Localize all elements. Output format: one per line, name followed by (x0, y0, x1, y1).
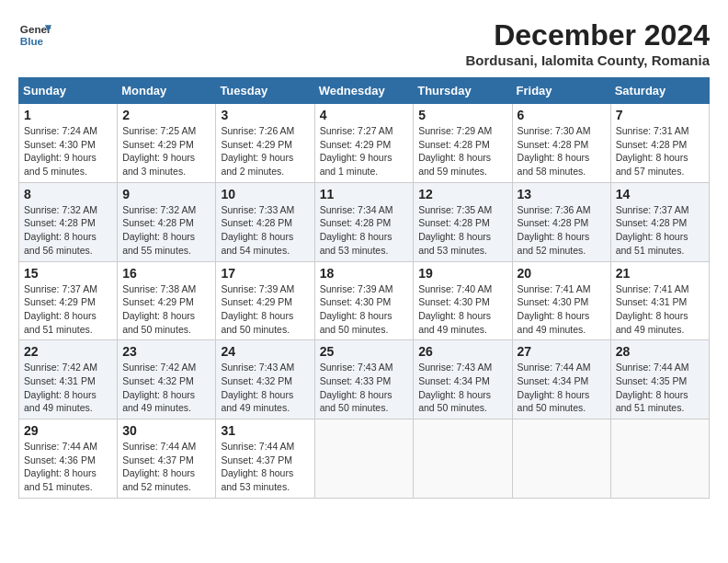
calendar-cell (314, 419, 414, 499)
calendar-cell: 4Sunrise: 7:27 AMSunset: 4:29 PMDaylight… (314, 104, 414, 183)
calendar-cell: 18Sunrise: 7:39 AMSunset: 4:30 PMDayligh… (314, 261, 414, 340)
column-header-friday: Friday (512, 78, 610, 104)
day-number: 21 (616, 266, 704, 281)
day-info: Sunrise: 7:42 AMSunset: 4:32 PMDaylight:… (122, 361, 210, 415)
day-number: 1 (24, 108, 112, 122)
day-info: Sunrise: 7:34 AMSunset: 4:28 PMDaylight:… (320, 203, 409, 258)
day-number: 20 (518, 266, 606, 281)
calendar-week-row: 29Sunrise: 7:44 AMSunset: 4:36 PMDayligh… (19, 419, 710, 499)
day-number: 8 (24, 187, 112, 201)
calendar-cell: 5Sunrise: 7:29 AMSunset: 4:28 PMDaylight… (414, 104, 512, 183)
day-info: Sunrise: 7:41 AMSunset: 4:30 PMDaylight:… (518, 282, 606, 337)
calendar-cell: 27Sunrise: 7:44 AMSunset: 4:34 PMDayligh… (512, 340, 610, 419)
day-info: Sunrise: 7:32 AMSunset: 4:28 PMDaylight:… (122, 203, 210, 258)
calendar-cell: 10Sunrise: 7:33 AMSunset: 4:28 PMDayligh… (216, 182, 314, 261)
logo-icon: General Blue (18, 18, 51, 52)
column-header-tuesday: Tuesday (216, 78, 314, 104)
column-header-sunday: Sunday (19, 78, 118, 104)
calendar-cell: 23Sunrise: 7:42 AMSunset: 4:32 PMDayligh… (118, 340, 216, 419)
day-info: Sunrise: 7:24 AMSunset: 4:30 PMDaylight:… (24, 124, 112, 178)
calendar-cell: 11Sunrise: 7:34 AMSunset: 4:28 PMDayligh… (314, 182, 414, 261)
day-info: Sunrise: 7:25 AMSunset: 4:29 PMDaylight:… (122, 124, 210, 178)
day-info: Sunrise: 7:43 AMSunset: 4:34 PMDaylight:… (418, 361, 506, 415)
day-info: Sunrise: 7:44 AMSunset: 4:37 PMDaylight:… (221, 440, 309, 494)
day-number: 29 (24, 423, 112, 438)
day-number: 13 (518, 187, 606, 201)
day-info: Sunrise: 7:35 AMSunset: 4:28 PMDaylight:… (418, 203, 506, 258)
title-area: December 2024 Bordusani, Ialomita County… (465, 18, 710, 68)
calendar-table: SundayMondayTuesdayWednesdayThursdayFrid… (18, 77, 710, 499)
day-number: 16 (122, 266, 210, 281)
day-number: 28 (616, 344, 704, 359)
svg-text:Blue: Blue (20, 35, 44, 47)
day-info: Sunrise: 7:43 AMSunset: 4:33 PMDaylight:… (320, 361, 409, 415)
day-number: 10 (221, 187, 309, 201)
day-info: Sunrise: 7:27 AMSunset: 4:29 PMDaylight:… (320, 124, 409, 178)
calendar-cell: 12Sunrise: 7:35 AMSunset: 4:28 PMDayligh… (414, 182, 512, 261)
day-number: 17 (221, 266, 309, 281)
day-number: 2 (122, 108, 210, 122)
day-number: 23 (122, 344, 210, 359)
day-number: 4 (320, 108, 409, 122)
calendar-week-row: 15Sunrise: 7:37 AMSunset: 4:29 PMDayligh… (19, 261, 710, 340)
day-info: Sunrise: 7:32 AMSunset: 4:28 PMDaylight:… (24, 203, 112, 258)
day-info: Sunrise: 7:30 AMSunset: 4:28 PMDaylight:… (518, 124, 606, 178)
day-info: Sunrise: 7:40 AMSunset: 4:30 PMDaylight:… (418, 282, 506, 337)
calendar-cell: 7Sunrise: 7:31 AMSunset: 4:28 PMDaylight… (610, 104, 709, 183)
day-number: 5 (418, 108, 506, 122)
day-number: 22 (24, 344, 112, 359)
day-number: 6 (518, 108, 606, 122)
day-number: 3 (221, 108, 309, 122)
calendar-cell: 28Sunrise: 7:44 AMSunset: 4:35 PMDayligh… (610, 340, 709, 419)
day-info: Sunrise: 7:39 AMSunset: 4:29 PMDaylight:… (221, 282, 309, 337)
calendar-week-row: 22Sunrise: 7:42 AMSunset: 4:31 PMDayligh… (19, 340, 710, 419)
day-info: Sunrise: 7:41 AMSunset: 4:31 PMDaylight:… (616, 282, 704, 337)
day-info: Sunrise: 7:26 AMSunset: 4:29 PMDaylight:… (221, 124, 309, 178)
day-info: Sunrise: 7:44 AMSunset: 4:34 PMDaylight:… (518, 361, 606, 415)
calendar-cell: 1Sunrise: 7:24 AMSunset: 4:30 PMDaylight… (19, 104, 118, 183)
day-info: Sunrise: 7:42 AMSunset: 4:31 PMDaylight:… (24, 361, 112, 415)
calendar-cell (414, 419, 512, 499)
calendar-cell: 8Sunrise: 7:32 AMSunset: 4:28 PMDaylight… (19, 182, 118, 261)
day-info: Sunrise: 7:29 AMSunset: 4:28 PMDaylight:… (418, 124, 506, 178)
day-number: 19 (418, 266, 506, 281)
calendar-header-row: SundayMondayTuesdayWednesdayThursdayFrid… (19, 78, 710, 104)
day-info: Sunrise: 7:37 AMSunset: 4:29 PMDaylight:… (24, 282, 112, 337)
day-number: 30 (122, 423, 210, 438)
header: General Blue December 2024 Bordusani, Ia… (18, 18, 710, 68)
calendar-cell: 3Sunrise: 7:26 AMSunset: 4:29 PMDaylight… (216, 104, 314, 183)
day-info: Sunrise: 7:33 AMSunset: 4:28 PMDaylight:… (221, 203, 309, 258)
day-info: Sunrise: 7:44 AMSunset: 4:35 PMDaylight:… (616, 361, 704, 415)
day-number: 31 (221, 423, 309, 438)
calendar-cell: 30Sunrise: 7:44 AMSunset: 4:37 PMDayligh… (118, 419, 216, 499)
calendar-cell (610, 419, 709, 499)
day-number: 7 (616, 108, 704, 122)
calendar-cell: 20Sunrise: 7:41 AMSunset: 4:30 PMDayligh… (512, 261, 610, 340)
day-number: 18 (320, 266, 409, 281)
calendar-cell (512, 419, 610, 499)
day-number: 9 (122, 187, 210, 201)
calendar-cell: 17Sunrise: 7:39 AMSunset: 4:29 PMDayligh… (216, 261, 314, 340)
calendar-cell: 13Sunrise: 7:36 AMSunset: 4:28 PMDayligh… (512, 182, 610, 261)
calendar-cell: 9Sunrise: 7:32 AMSunset: 4:28 PMDaylight… (118, 182, 216, 261)
day-info: Sunrise: 7:31 AMSunset: 4:28 PMDaylight:… (616, 124, 704, 178)
day-number: 27 (518, 344, 606, 359)
calendar-cell: 22Sunrise: 7:42 AMSunset: 4:31 PMDayligh… (19, 340, 118, 419)
day-info: Sunrise: 7:44 AMSunset: 4:37 PMDaylight:… (122, 440, 210, 494)
calendar-cell: 25Sunrise: 7:43 AMSunset: 4:33 PMDayligh… (314, 340, 414, 419)
calendar-cell: 24Sunrise: 7:43 AMSunset: 4:32 PMDayligh… (216, 340, 314, 419)
day-number: 25 (320, 344, 409, 359)
day-number: 26 (418, 344, 506, 359)
day-number: 15 (24, 266, 112, 281)
svg-text:General: General (20, 23, 51, 35)
column-header-wednesday: Wednesday (314, 78, 414, 104)
calendar-cell: 6Sunrise: 7:30 AMSunset: 4:28 PMDaylight… (512, 104, 610, 183)
day-info: Sunrise: 7:36 AMSunset: 4:28 PMDaylight:… (518, 203, 606, 258)
day-info: Sunrise: 7:37 AMSunset: 4:28 PMDaylight:… (616, 203, 704, 258)
day-info: Sunrise: 7:39 AMSunset: 4:30 PMDaylight:… (320, 282, 409, 337)
calendar-cell: 31Sunrise: 7:44 AMSunset: 4:37 PMDayligh… (216, 419, 314, 499)
day-number: 11 (320, 187, 409, 201)
logo: General Blue (18, 18, 51, 52)
calendar-cell: 21Sunrise: 7:41 AMSunset: 4:31 PMDayligh… (610, 261, 709, 340)
column-header-monday: Monday (118, 78, 216, 104)
